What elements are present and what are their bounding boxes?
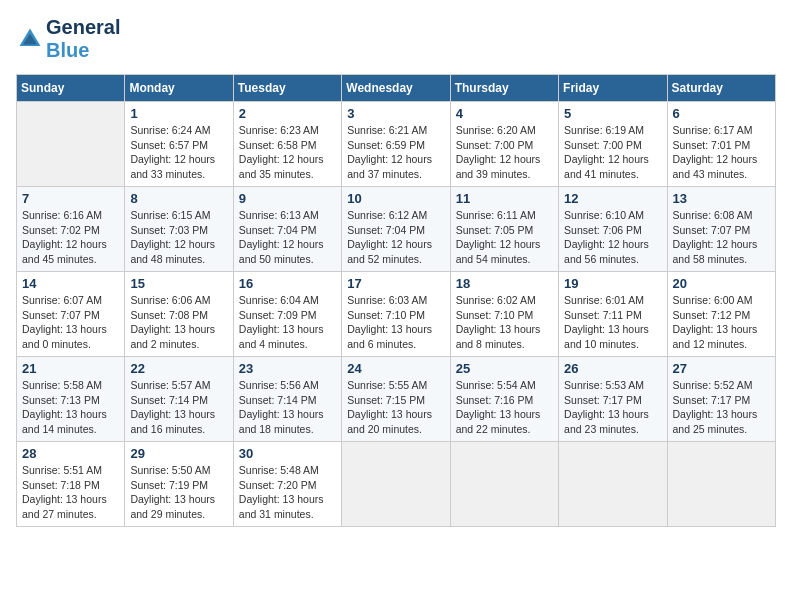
day-info: Sunrise: 6:21 AMSunset: 6:59 PMDaylight:…: [347, 123, 444, 182]
calendar-cell: 30Sunrise: 5:48 AMSunset: 7:20 PMDayligh…: [233, 442, 341, 527]
day-number: 10: [347, 191, 444, 206]
calendar-cell: 29Sunrise: 5:50 AMSunset: 7:19 PMDayligh…: [125, 442, 233, 527]
calendar-cell: 8Sunrise: 6:15 AMSunset: 7:03 PMDaylight…: [125, 187, 233, 272]
calendar-cell: 15Sunrise: 6:06 AMSunset: 7:08 PMDayligh…: [125, 272, 233, 357]
day-info: Sunrise: 5:58 AMSunset: 7:13 PMDaylight:…: [22, 378, 119, 437]
calendar-week-5: 28Sunrise: 5:51 AMSunset: 7:18 PMDayligh…: [17, 442, 776, 527]
logo-icon: [16, 25, 44, 53]
calendar-cell: 20Sunrise: 6:00 AMSunset: 7:12 PMDayligh…: [667, 272, 775, 357]
day-info: Sunrise: 6:17 AMSunset: 7:01 PMDaylight:…: [673, 123, 770, 182]
day-info: Sunrise: 5:51 AMSunset: 7:18 PMDaylight:…: [22, 463, 119, 522]
day-info: Sunrise: 5:52 AMSunset: 7:17 PMDaylight:…: [673, 378, 770, 437]
page-header: General Blue: [16, 16, 776, 62]
calendar-week-1: 1Sunrise: 6:24 AMSunset: 6:57 PMDaylight…: [17, 102, 776, 187]
calendar-cell: 19Sunrise: 6:01 AMSunset: 7:11 PMDayligh…: [559, 272, 667, 357]
calendar-cell: 10Sunrise: 6:12 AMSunset: 7:04 PMDayligh…: [342, 187, 450, 272]
calendar-cell: 17Sunrise: 6:03 AMSunset: 7:10 PMDayligh…: [342, 272, 450, 357]
calendar-cell: 13Sunrise: 6:08 AMSunset: 7:07 PMDayligh…: [667, 187, 775, 272]
day-info: Sunrise: 6:24 AMSunset: 6:57 PMDaylight:…: [130, 123, 227, 182]
day-info: Sunrise: 6:00 AMSunset: 7:12 PMDaylight:…: [673, 293, 770, 352]
day-info: Sunrise: 6:16 AMSunset: 7:02 PMDaylight:…: [22, 208, 119, 267]
calendar-cell: 1Sunrise: 6:24 AMSunset: 6:57 PMDaylight…: [125, 102, 233, 187]
calendar-week-2: 7Sunrise: 6:16 AMSunset: 7:02 PMDaylight…: [17, 187, 776, 272]
column-header-wednesday: Wednesday: [342, 75, 450, 102]
day-number: 23: [239, 361, 336, 376]
calendar-cell: [667, 442, 775, 527]
column-header-monday: Monday: [125, 75, 233, 102]
day-info: Sunrise: 6:12 AMSunset: 7:04 PMDaylight:…: [347, 208, 444, 267]
calendar-week-4: 21Sunrise: 5:58 AMSunset: 7:13 PMDayligh…: [17, 357, 776, 442]
calendar-cell: 3Sunrise: 6:21 AMSunset: 6:59 PMDaylight…: [342, 102, 450, 187]
calendar-cell: 27Sunrise: 5:52 AMSunset: 7:17 PMDayligh…: [667, 357, 775, 442]
calendar-cell: 22Sunrise: 5:57 AMSunset: 7:14 PMDayligh…: [125, 357, 233, 442]
calendar-cell: 26Sunrise: 5:53 AMSunset: 7:17 PMDayligh…: [559, 357, 667, 442]
day-info: Sunrise: 6:11 AMSunset: 7:05 PMDaylight:…: [456, 208, 553, 267]
column-header-saturday: Saturday: [667, 75, 775, 102]
logo: General Blue: [16, 16, 120, 62]
day-number: 18: [456, 276, 553, 291]
day-number: 28: [22, 446, 119, 461]
day-info: Sunrise: 5:57 AMSunset: 7:14 PMDaylight:…: [130, 378, 227, 437]
day-number: 22: [130, 361, 227, 376]
day-number: 6: [673, 106, 770, 121]
day-number: 14: [22, 276, 119, 291]
day-info: Sunrise: 6:10 AMSunset: 7:06 PMDaylight:…: [564, 208, 661, 267]
day-number: 1: [130, 106, 227, 121]
calendar-cell: [17, 102, 125, 187]
column-header-friday: Friday: [559, 75, 667, 102]
day-number: 20: [673, 276, 770, 291]
day-number: 29: [130, 446, 227, 461]
day-number: 19: [564, 276, 661, 291]
day-info: Sunrise: 6:07 AMSunset: 7:07 PMDaylight:…: [22, 293, 119, 352]
day-info: Sunrise: 6:04 AMSunset: 7:09 PMDaylight:…: [239, 293, 336, 352]
calendar-cell: 6Sunrise: 6:17 AMSunset: 7:01 PMDaylight…: [667, 102, 775, 187]
day-number: 17: [347, 276, 444, 291]
logo-text: General Blue: [46, 16, 120, 62]
calendar-cell: 9Sunrise: 6:13 AMSunset: 7:04 PMDaylight…: [233, 187, 341, 272]
calendar-cell: 5Sunrise: 6:19 AMSunset: 7:00 PMDaylight…: [559, 102, 667, 187]
day-number: 2: [239, 106, 336, 121]
day-number: 21: [22, 361, 119, 376]
calendar-header: SundayMondayTuesdayWednesdayThursdayFrid…: [17, 75, 776, 102]
calendar-cell: 24Sunrise: 5:55 AMSunset: 7:15 PMDayligh…: [342, 357, 450, 442]
calendar-cell: 7Sunrise: 6:16 AMSunset: 7:02 PMDaylight…: [17, 187, 125, 272]
column-header-tuesday: Tuesday: [233, 75, 341, 102]
calendar-cell: 23Sunrise: 5:56 AMSunset: 7:14 PMDayligh…: [233, 357, 341, 442]
calendar-cell: 12Sunrise: 6:10 AMSunset: 7:06 PMDayligh…: [559, 187, 667, 272]
day-number: 27: [673, 361, 770, 376]
day-info: Sunrise: 6:06 AMSunset: 7:08 PMDaylight:…: [130, 293, 227, 352]
calendar-cell: [342, 442, 450, 527]
day-number: 30: [239, 446, 336, 461]
day-number: 11: [456, 191, 553, 206]
day-info: Sunrise: 6:08 AMSunset: 7:07 PMDaylight:…: [673, 208, 770, 267]
calendar-table: SundayMondayTuesdayWednesdayThursdayFrid…: [16, 74, 776, 527]
day-info: Sunrise: 6:13 AMSunset: 7:04 PMDaylight:…: [239, 208, 336, 267]
calendar-cell: [450, 442, 558, 527]
day-number: 26: [564, 361, 661, 376]
calendar-cell: 11Sunrise: 6:11 AMSunset: 7:05 PMDayligh…: [450, 187, 558, 272]
calendar-cell: 14Sunrise: 6:07 AMSunset: 7:07 PMDayligh…: [17, 272, 125, 357]
calendar-body: 1Sunrise: 6:24 AMSunset: 6:57 PMDaylight…: [17, 102, 776, 527]
day-number: 16: [239, 276, 336, 291]
day-number: 15: [130, 276, 227, 291]
column-header-sunday: Sunday: [17, 75, 125, 102]
day-info: Sunrise: 5:55 AMSunset: 7:15 PMDaylight:…: [347, 378, 444, 437]
day-info: Sunrise: 6:01 AMSunset: 7:11 PMDaylight:…: [564, 293, 661, 352]
day-info: Sunrise: 5:50 AMSunset: 7:19 PMDaylight:…: [130, 463, 227, 522]
day-number: 13: [673, 191, 770, 206]
day-info: Sunrise: 5:53 AMSunset: 7:17 PMDaylight:…: [564, 378, 661, 437]
day-number: 4: [456, 106, 553, 121]
calendar-week-3: 14Sunrise: 6:07 AMSunset: 7:07 PMDayligh…: [17, 272, 776, 357]
day-number: 12: [564, 191, 661, 206]
day-info: Sunrise: 5:54 AMSunset: 7:16 PMDaylight:…: [456, 378, 553, 437]
day-number: 7: [22, 191, 119, 206]
day-number: 5: [564, 106, 661, 121]
calendar-cell: 16Sunrise: 6:04 AMSunset: 7:09 PMDayligh…: [233, 272, 341, 357]
day-number: 8: [130, 191, 227, 206]
column-header-thursday: Thursday: [450, 75, 558, 102]
calendar-cell: 18Sunrise: 6:02 AMSunset: 7:10 PMDayligh…: [450, 272, 558, 357]
calendar-cell: 2Sunrise: 6:23 AMSunset: 6:58 PMDaylight…: [233, 102, 341, 187]
day-number: 24: [347, 361, 444, 376]
calendar-cell: 4Sunrise: 6:20 AMSunset: 7:00 PMDaylight…: [450, 102, 558, 187]
day-info: Sunrise: 5:48 AMSunset: 7:20 PMDaylight:…: [239, 463, 336, 522]
